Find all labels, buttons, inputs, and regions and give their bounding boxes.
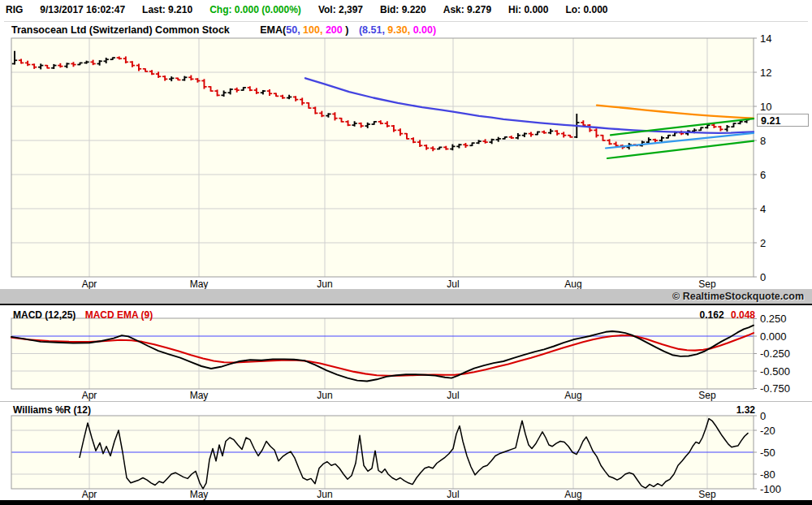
- macd-month-label: Jun: [317, 390, 332, 401]
- quote-item-6: Ask: 9.279: [443, 4, 491, 15]
- williams-panel-title: Williams %R (12): [13, 404, 91, 416]
- main-y-tick-label: 4: [760, 203, 766, 215]
- wr-y-tick-label: -20: [760, 425, 775, 437]
- ema-legend-part-1: 50,: [286, 24, 303, 36]
- macd-month-label: Apr: [82, 390, 97, 401]
- page-title: Transocean Ltd (Switzerland) Common Stoc…: [11, 24, 230, 36]
- chart-title-row: Transocean Ltd (Switzerland) Common Stoc…: [11, 24, 436, 36]
- macd-values: 0.162 0.048: [700, 309, 755, 321]
- quote-item-8: Lo: 0.000: [565, 4, 607, 15]
- main-y-tick-label: 10: [760, 101, 771, 113]
- williams-title-label: Williams %R (12): [13, 404, 91, 416]
- quote-bar: RIG9/13/2017 16:02:47Last: 9.210Chg: 0.0…: [6, 4, 607, 15]
- wr-y-tick-label: -80: [760, 468, 775, 481]
- main-y-tick-label: 12: [760, 67, 771, 79]
- macd-month-label: Sep: [698, 390, 716, 401]
- wr-month-label: Sep: [698, 489, 716, 500]
- main-month-label: Jul: [447, 278, 459, 290]
- main-month-label: Sep: [698, 278, 716, 290]
- quote-item-2: Last: 9.210: [142, 4, 192, 15]
- ema-legend-part-3: 200: [326, 24, 343, 36]
- copyright-text[interactable]: © RealtimeStockquote.com: [672, 291, 804, 302]
- macd-month-label: Aug: [564, 390, 581, 401]
- main-y-tick-label: 6: [760, 169, 766, 181]
- wr-y-tick-label: -50: [760, 447, 775, 459]
- wr-month-label: Jul: [447, 489, 459, 500]
- wr-y-tick-label: -100: [760, 483, 781, 495]
- ema-legend: EMA(50, 100, 200 ) (8.51, 9.30, 0.00): [260, 24, 436, 36]
- williams-value-label: 1.32: [736, 404, 755, 416]
- quote-item-3: Chg: 0.000 (0.000%): [209, 4, 301, 15]
- wr-month-label: Aug: [564, 489, 581, 500]
- bottom-bar: [0, 500, 812, 505]
- macd-y-tick-label: -0.500: [760, 365, 790, 378]
- header-separator: [4, 21, 808, 22]
- main-month-label: Aug: [564, 278, 581, 290]
- panel-separator: [0, 304, 812, 305]
- last-price-box: 9.21: [757, 114, 809, 127]
- main-month-label: May: [190, 278, 209, 290]
- williams-panel-separator: [0, 401, 812, 402]
- charts-canvas: 14121086420AprMayJunJulAugSep0.2500.000-…: [0, 0, 812, 505]
- main-month-label: Jun: [317, 278, 332, 290]
- ema-legend-part-2: 100,: [303, 24, 326, 36]
- macd-y-tick-label: -0.250: [760, 347, 790, 360]
- quote-item-1: 9/13/2017 16:02:47: [40, 4, 125, 15]
- wr-month-label: Jun: [317, 489, 332, 500]
- main-y-tick-label: 14: [760, 32, 771, 45]
- macd-y-tick-label: -0.750: [760, 382, 790, 395]
- copyright-bar: © RealtimeStockquote.com: [0, 289, 812, 304]
- wr-y-tick-label: 0: [760, 410, 766, 422]
- ema-legend-part-0: EMA(: [260, 24, 286, 36]
- macd-title-label: MACD (12,25): [13, 309, 76, 321]
- quote-item-0: RIG: [6, 4, 23, 15]
- wr-month-label: May: [190, 489, 209, 500]
- williams-value: 1.32: [736, 404, 755, 416]
- macd-panel-title: MACD (12,25) MACD EMA (9): [13, 309, 153, 321]
- main-month-label: Apr: [82, 278, 97, 290]
- main-y-tick-label: 8: [760, 135, 766, 147]
- macd-signal-value: 0.048: [731, 309, 755, 321]
- ema-legend-part-6: 9.30,: [387, 24, 412, 36]
- last-price-label: 9.21: [761, 115, 780, 127]
- main-y-tick-label: 0: [760, 271, 766, 283]
- ema-legend-part-5: (8.51,: [359, 24, 387, 36]
- quote-item-5: Bid: 9.220: [380, 4, 426, 15]
- macd-y-tick-label: 0.250: [760, 313, 787, 325]
- macd-value: 0.162: [700, 309, 724, 321]
- wr-month-label: Apr: [82, 489, 97, 500]
- ema-legend-part-4: ): [343, 24, 359, 36]
- ema-legend-part-7: 0.00): [413, 24, 437, 36]
- stock-chart-app: 14121086420AprMayJunJulAugSep0.2500.000-…: [0, 0, 812, 505]
- macd-y-tick-label: 0.000: [760, 330, 787, 343]
- quote-item-4: Vol: 2,397: [318, 4, 363, 15]
- quote-item-7: Hi: 0.000: [508, 4, 548, 15]
- main-y-tick-label: 2: [760, 237, 766, 249]
- macd-month-label: Jul: [447, 390, 459, 401]
- main-plot-area[interactable]: [11, 38, 754, 277]
- macd-ema-title-label: MACD EMA (9): [85, 309, 153, 321]
- macd-month-label: May: [190, 390, 209, 401]
